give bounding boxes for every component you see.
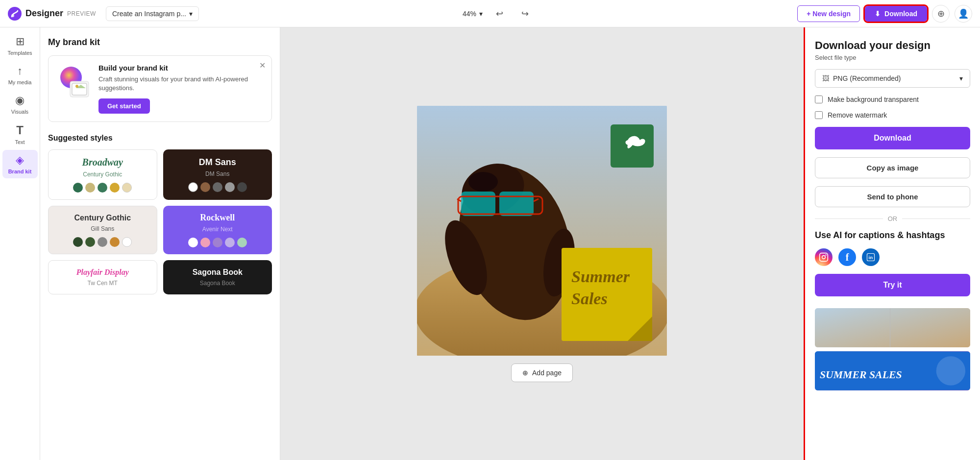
download-main-button[interactable]: Download bbox=[815, 127, 970, 149]
text-icon: T bbox=[16, 123, 24, 137]
social-icons-row: f in bbox=[815, 248, 970, 266]
suggested-styles-title: Suggested styles bbox=[48, 134, 272, 143]
sidebar-item-templates[interactable]: ⊞ Templates bbox=[2, 31, 38, 60]
sidebar-item-text[interactable]: T Text bbox=[2, 120, 38, 149]
svg-rect-12 bbox=[461, 192, 495, 216]
download-top-button[interactable]: ⬇ Download bbox=[865, 6, 927, 22]
undo-button[interactable]: ↩ bbox=[490, 5, 508, 23]
file-type-icon: 🖼 bbox=[822, 74, 829, 82]
ai-section-title: Use AI for captions & hashtags bbox=[815, 230, 970, 241]
my-media-icon: ↑ bbox=[17, 65, 23, 77]
sidebar-item-my-media-label: My media bbox=[8, 79, 32, 85]
try-it-button[interactable]: Try it bbox=[815, 274, 970, 296]
panel-title: My brand kit bbox=[48, 37, 272, 48]
svg-text:in: in bbox=[869, 255, 873, 260]
style-dm-font-main: DM Sans bbox=[199, 157, 236, 168]
style-pf-font-main: Playfair Display bbox=[76, 268, 129, 277]
project-name-button[interactable]: Create an Instagram p... ▾ bbox=[106, 6, 199, 21]
svg-rect-13 bbox=[499, 192, 534, 216]
remove-watermark-checkbox[interactable] bbox=[815, 111, 823, 119]
style-card-century-gothic[interactable]: Century Gothic Gill Sans bbox=[48, 206, 157, 254]
svg-point-25 bbox=[822, 256, 826, 259]
sidebar-item-brand-kit-label: Brand kit bbox=[8, 169, 32, 174]
brand-kit-card-text: Build your brand kit Craft stunning visu… bbox=[98, 64, 264, 114]
brand-kit-card-close-button[interactable]: ✕ bbox=[259, 61, 266, 70]
svg-point-11 bbox=[468, 172, 498, 192]
style-card-playfair[interactable]: Playfair Display Tw Cen MT bbox=[48, 260, 157, 294]
download-top-label: Download bbox=[884, 10, 917, 18]
remove-watermark-label: Remove watermark bbox=[828, 111, 887, 119]
thumbnail-1[interactable] bbox=[815, 308, 970, 347]
svg-point-6 bbox=[75, 85, 78, 88]
download-panel-title: Download your design Select file type bbox=[815, 39, 970, 61]
thumbnail-previews: SUMMER SALES bbox=[815, 308, 970, 390]
new-design-button[interactable]: + New design bbox=[797, 5, 860, 22]
style-sg-font-main: Sagona Book bbox=[193, 268, 243, 277]
get-started-button[interactable]: Get started bbox=[98, 98, 150, 114]
brand-kit-panel: My brand kit ✕ bbox=[40, 27, 280, 460]
style-broadway-font-sub: Century Gothic bbox=[83, 171, 122, 178]
zoom-level: 44% bbox=[463, 10, 476, 18]
share-icon[interactable]: ⊕ bbox=[932, 5, 950, 23]
chevron-down-icon: ▾ bbox=[189, 10, 193, 18]
instagram-icon[interactable] bbox=[815, 248, 833, 266]
canvas-design[interactable]: Summer Sales bbox=[417, 106, 667, 356]
download-top-icon: ⬇ bbox=[875, 10, 881, 18]
app-name: Designer bbox=[25, 8, 63, 19]
left-sidebar: ⊞ Templates ↑ My media ◉ Visuals T Text … bbox=[0, 27, 40, 460]
sidebar-item-templates-label: Templates bbox=[7, 50, 32, 56]
style-card-broadway[interactable]: Broadway Century Gothic bbox=[48, 149, 157, 200]
zoom-control[interactable]: 44% ▾ bbox=[463, 10, 483, 18]
add-page-label: Add page bbox=[532, 369, 562, 377]
preview-label: PREVIEW bbox=[67, 10, 96, 17]
transparent-bg-label: Make background transparent bbox=[828, 96, 919, 103]
transparent-bg-checkbox[interactable] bbox=[815, 96, 823, 103]
zoom-chevron-icon: ▾ bbox=[479, 10, 483, 18]
linkedin-icon[interactable]: in bbox=[862, 248, 880, 266]
templates-icon: ⊞ bbox=[16, 35, 24, 48]
thumbnail-2[interactable]: SUMMER SALES bbox=[815, 351, 970, 390]
facebook-icon[interactable]: f bbox=[838, 248, 856, 266]
app-logo: Designer PREVIEW bbox=[8, 7, 96, 21]
designer-logo-icon bbox=[8, 7, 22, 21]
add-page-icon: ⊕ bbox=[522, 369, 528, 377]
style-cg-font-main: Century Gothic bbox=[74, 214, 131, 222]
sidebar-item-visuals[interactable]: ◉ Visuals bbox=[2, 90, 38, 119]
file-type-chevron-icon: ▾ bbox=[959, 74, 963, 82]
redo-button[interactable]: ↪ bbox=[516, 5, 534, 23]
style-cg-font-sub: Gill Sans bbox=[91, 225, 114, 232]
file-type-label: Select file type bbox=[815, 54, 970, 61]
svg-point-0 bbox=[8, 7, 22, 21]
style-broadway-swatches bbox=[73, 183, 132, 193]
sidebar-item-my-media[interactable]: ↑ My media bbox=[2, 61, 38, 89]
send-to-phone-button[interactable]: Send to phone bbox=[815, 186, 970, 207]
svg-rect-23 bbox=[611, 124, 654, 168]
style-card-rockwell[interactable]: Rockwell Avenir Next bbox=[163, 206, 272, 254]
sidebar-item-text-label: Text bbox=[15, 139, 24, 145]
svg-rect-24 bbox=[820, 253, 828, 262]
project-name-text: Create an Instagram p... bbox=[112, 10, 186, 18]
svg-rect-29 bbox=[815, 308, 970, 347]
copy-as-image-button[interactable]: Copy as image bbox=[815, 157, 970, 178]
add-page-button[interactable]: ⊕ Add page bbox=[511, 363, 573, 382]
svg-text:SUMMER SALES: SUMMER SALES bbox=[820, 369, 902, 381]
svg-rect-4 bbox=[72, 83, 87, 95]
style-rw-font-main: Rockwell bbox=[200, 213, 235, 223]
or-text: OR bbox=[888, 215, 898, 222]
style-card-dm-sans[interactable]: DM Sans DM Sans bbox=[163, 149, 272, 200]
file-type-value-display: 🖼 PNG (Recommended) bbox=[822, 74, 901, 82]
style-sg-font-sub: Sagona Book bbox=[200, 280, 235, 287]
or-divider: OR bbox=[815, 215, 970, 222]
topbar-right: + New design ⬇ Download ⊕ 👤 bbox=[797, 5, 972, 23]
style-dm-swatches bbox=[188, 182, 247, 192]
user-avatar[interactable]: 👤 bbox=[955, 5, 972, 23]
download-title: Download your design bbox=[815, 39, 970, 52]
style-broadway-font-main: Broadway bbox=[82, 157, 123, 168]
dog-svg: Summer Sales bbox=[417, 106, 667, 356]
style-pf-font-sub: Tw Cen MT bbox=[88, 280, 118, 287]
file-type-dropdown[interactable]: 🖼 PNG (Recommended) ▾ bbox=[815, 69, 970, 88]
sidebar-item-brand-kit[interactable]: ◈ Brand kit bbox=[2, 150, 38, 178]
style-card-sagona[interactable]: Sagona Book Sagona Book bbox=[163, 260, 272, 294]
topbar-center: 44% ▾ ↩ ↪ bbox=[205, 5, 791, 23]
topbar: Designer PREVIEW Create an Instagram p..… bbox=[0, 0, 980, 27]
